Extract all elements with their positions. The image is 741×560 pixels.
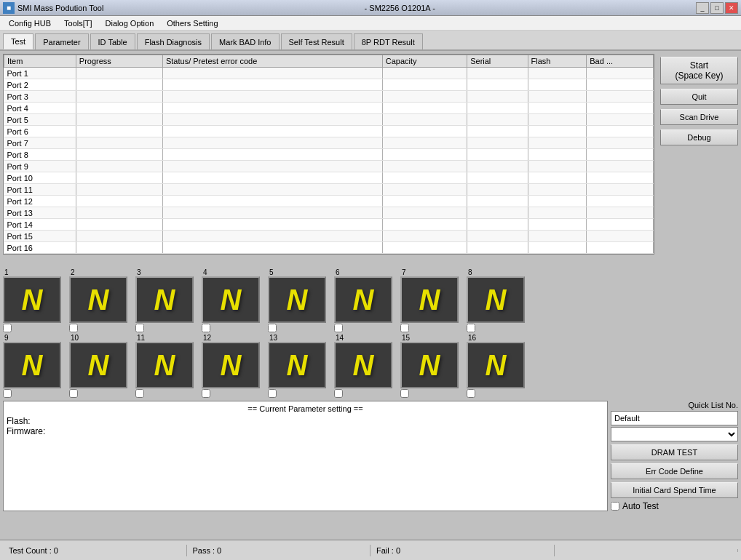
cell-item: Port 10	[4, 172, 76, 184]
tab-parameter[interactable]: Parameter	[35, 33, 88, 49]
col-status: Status/ Pretest error code	[162, 55, 382, 68]
port-checkbox-9[interactable]	[3, 389, 12, 398]
port-checkbox-1[interactable]	[3, 324, 12, 332]
tabs-bar: Test Parameter ID Table Flash Diagnosis …	[0, 31, 741, 51]
quick-list-dropdown[interactable]	[611, 427, 738, 441]
cell-capacity	[382, 207, 467, 219]
cell-flash	[528, 231, 587, 242]
debug-button[interactable]: Debug	[660, 129, 738, 145]
auto-test-checkbox[interactable]	[611, 502, 619, 511]
port-card-12: 12 N	[202, 334, 265, 398]
port-checkbox-11[interactable]	[135, 389, 144, 398]
port-checkbox-14[interactable]	[334, 389, 343, 398]
cell-item: Port 11	[4, 184, 76, 196]
table-row: Port 2	[4, 79, 654, 91]
cell-item: Port 14	[4, 219, 76, 231]
dram-test-button[interactable]: DRAM TEST	[611, 444, 738, 460]
table-row: Port 1	[4, 68, 654, 79]
quit-button[interactable]: Quit	[660, 89, 738, 105]
port-card-8: 8 N	[467, 268, 530, 332]
port-checkbox-4[interactable]	[202, 324, 210, 332]
menu-dialog-option[interactable]: Dialog Option	[100, 17, 160, 30]
port-number-12: 12	[202, 334, 213, 342]
table-row: Port 4	[4, 103, 654, 114]
maximize-button[interactable]: □	[710, 2, 724, 14]
cell-flash	[528, 126, 587, 137]
tab-self-test-result[interactable]: Self Test Result	[281, 33, 352, 49]
port-image-9: N	[3, 342, 61, 388]
port-image-16: N	[467, 342, 525, 388]
cell-serial	[467, 149, 528, 161]
menu-bar: Config HUB Tools[T] Dialog Option Others…	[0, 16, 741, 31]
menu-others-setting[interactable]: Others Setting	[161, 17, 223, 30]
cell-progress	[76, 79, 162, 91]
tab-mark-bad-info[interactable]: Mark BAD Info	[211, 33, 280, 49]
port-checkbox-15[interactable]	[400, 389, 409, 398]
port-checkbox-6[interactable]	[334, 324, 343, 332]
cell-status	[162, 231, 382, 242]
scan-drive-button[interactable]: Scan Drive	[660, 109, 738, 125]
cell-capacity	[382, 126, 467, 137]
port-card-7: 7 N	[400, 268, 464, 332]
port-checkbox-2[interactable]	[69, 324, 78, 332]
cell-capacity	[382, 68, 467, 79]
cell-item: Port 9	[4, 161, 76, 172]
cell-bad	[587, 91, 654, 103]
port-checkbox-3[interactable]	[135, 324, 144, 332]
port-checkbox-16[interactable]	[467, 389, 475, 398]
ports-table: Item Progress Status/ Pretest error code…	[3, 54, 654, 255]
port-checkbox-10[interactable]	[69, 389, 78, 398]
port-checkbox-8[interactable]	[467, 324, 475, 332]
tab-id-table[interactable]: ID Table	[90, 33, 135, 49]
cell-capacity	[382, 184, 467, 196]
port-number-6: 6	[334, 268, 341, 276]
port-checkbox-13[interactable]	[268, 389, 277, 398]
cell-bad	[587, 137, 654, 149]
port-number-4: 4	[202, 268, 209, 276]
quick-list-input[interactable]	[611, 411, 738, 425]
port-card-3: 3 N	[135, 268, 199, 332]
port-image-6: N	[334, 276, 392, 323]
err-code-button[interactable]: Err Code Define	[611, 463, 738, 479]
col-flash: Flash	[528, 55, 587, 68]
cell-bad	[587, 184, 654, 196]
cell-item: Port 2	[4, 79, 76, 91]
cell-progress	[76, 207, 162, 219]
cell-progress	[76, 126, 162, 137]
title-bar: ■ SMI Mass Podution Tool - SM2256 O1201A…	[0, 0, 741, 16]
tab-test[interactable]: Test	[3, 33, 33, 49]
port-checkbox-7[interactable]	[400, 324, 409, 332]
port-card-11: 11 N	[135, 334, 199, 398]
cell-bad	[587, 114, 654, 126]
cell-item: Port 6	[4, 126, 76, 137]
table-row: Port 15	[4, 231, 654, 242]
table-row: Port 10	[4, 172, 654, 184]
close-button[interactable]: ✕	[725, 2, 738, 14]
start-button[interactable]: Start (Space Key)	[660, 57, 738, 84]
minimize-button[interactable]: _	[696, 2, 709, 14]
table-row: Port 14	[4, 219, 654, 231]
initial-card-button[interactable]: Initial Card Spend Time	[611, 482, 738, 498]
tab-8p-rdt-result[interactable]: 8P RDT Result	[354, 33, 423, 49]
cell-bad	[587, 196, 654, 207]
menu-tools[interactable]: Tools[T]	[58, 17, 98, 30]
col-progress: Progress	[76, 55, 162, 68]
port-image-11: N	[135, 342, 194, 388]
cell-bad	[587, 103, 654, 114]
cell-capacity	[382, 172, 467, 184]
menu-config-hub[interactable]: Config HUB	[3, 17, 57, 30]
port-number-1: 1	[3, 268, 10, 276]
tab-flash-diagnosis[interactable]: Flash Diagnosis	[137, 33, 210, 49]
cell-item: Port 4	[4, 103, 76, 114]
cell-flash	[528, 184, 587, 196]
port-number-13: 13	[268, 334, 279, 342]
port-checkbox-5[interactable]	[268, 324, 277, 332]
cell-item: Port 13	[4, 207, 76, 219]
cell-flash	[528, 207, 587, 219]
table-row: Port 7	[4, 137, 654, 149]
col-item: Item	[4, 55, 76, 68]
port-checkbox-12[interactable]	[202, 389, 210, 398]
port-image-12: N	[202, 342, 260, 388]
cell-capacity	[382, 242, 467, 254]
port-number-3: 3	[135, 268, 143, 276]
